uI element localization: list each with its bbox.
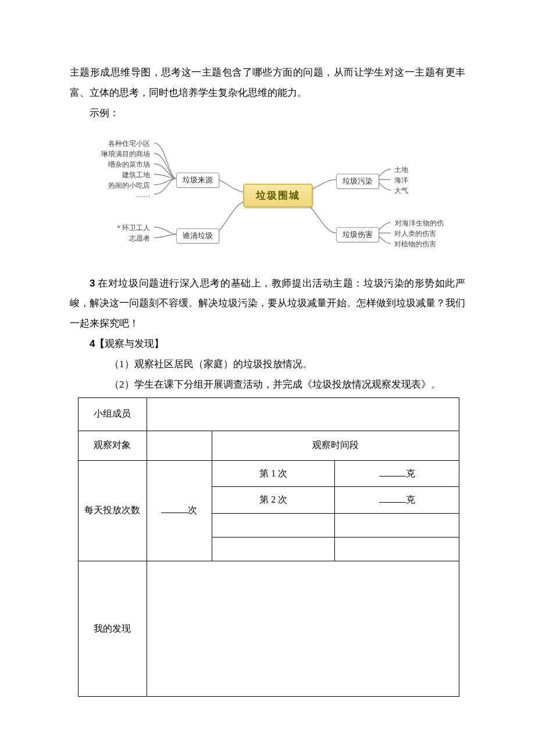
- leaf-item: 对植物的伤害: [391, 238, 440, 250]
- cell-observe-target-value: [147, 431, 212, 460]
- branch-source: 垃圾来源: [176, 173, 219, 188]
- cell-throws-count: 次: [147, 460, 212, 561]
- cell-first-time-label: 第 1 次: [212, 460, 335, 487]
- branch-cleaner: 谁清垃圾: [176, 228, 219, 243]
- cell-weight-2: 克: [335, 487, 459, 514]
- cell-observe-time-label: 观察时间段: [212, 431, 459, 460]
- mindmap-center: 垃圾围城: [243, 184, 313, 207]
- document-page: 主题形成思维导图，思考这一主题包含了哪些方面的问题，从而让学生对这一主题有更丰富…: [0, 0, 535, 756]
- cell-weight-1: 克: [335, 460, 459, 487]
- cell-group-members-value: [147, 397, 459, 431]
- leaf-item: ……: [133, 189, 154, 201]
- table-row: 观察对象 观察时间段: [79, 431, 459, 460]
- number-3: 3: [90, 278, 95, 289]
- leaf-item: 志愿者: [126, 232, 154, 245]
- blank-underline: [161, 503, 188, 513]
- branch-pollution: 垃圾污染: [336, 174, 379, 189]
- cell-findings-label: 我的发现: [79, 561, 147, 697]
- branch-harm: 垃圾伤害: [336, 227, 379, 242]
- table-row: 我的发现: [79, 561, 459, 697]
- cell-findings-value: [147, 561, 459, 697]
- cell-observe-target-label: 观察对象: [79, 431, 147, 460]
- paragraph-prompt: 3 在对垃圾问题进行深入思考的基础上，教师提出活动主题：垃圾污染的形势如此严峻，…: [70, 274, 465, 335]
- cell-empty: [212, 514, 335, 538]
- cell-empty: [335, 538, 459, 561]
- observation-table: 小组成员 观察对象 观察时间段 每天投放次数 次 第 1 次 克 第 2 次 克: [78, 397, 459, 697]
- unit-times: 次: [188, 505, 197, 515]
- table-row: 每天投放次数 次 第 1 次 克: [79, 460, 459, 487]
- table-row: 小组成员: [79, 397, 459, 431]
- cell-second-time-label: 第 2 次: [212, 487, 335, 514]
- cell-throws-per-day-label: 每天投放次数: [79, 460, 147, 561]
- unit-grams: 克: [406, 495, 415, 504]
- mindmap-diagram: 垃圾围城 垃圾来源 谁清垃圾 垃圾污染 垃圾伤害 各种住宅小区 琳琅满目的商场 …: [81, 134, 459, 256]
- cell-empty: [212, 538, 335, 561]
- cell-group-members-label: 小组成员: [79, 397, 147, 431]
- cell-empty: [335, 514, 459, 538]
- paragraph-intro: 主题形成思维导图，思考这一主题包含了哪些方面的问题，从而让学生对这一主题有更丰富…: [70, 63, 465, 103]
- section-observe-title: 观察与发现】: [105, 338, 164, 349]
- task-item-1: （1）观察社区居民（家庭）的垃圾投放情况。: [70, 354, 465, 375]
- blank-underline: [379, 467, 406, 476]
- paragraph-prompt-text: 在对垃圾问题进行深入思考的基础上，教师提出活动主题：垃圾污染的形势如此严峻，解决…: [70, 278, 465, 329]
- bracket-open: 【: [95, 338, 105, 349]
- example-label: 示例：: [70, 103, 465, 124]
- task-item-2: （2）学生在课下分组开展调查活动，并完成《垃圾投放情况观察发现表》。: [70, 375, 465, 395]
- unit-grams: 克: [406, 468, 415, 478]
- section-observe-heading: 4【观察与发现】: [70, 334, 465, 354]
- blank-underline: [379, 493, 406, 503]
- leaf-item: 大气: [391, 185, 412, 197]
